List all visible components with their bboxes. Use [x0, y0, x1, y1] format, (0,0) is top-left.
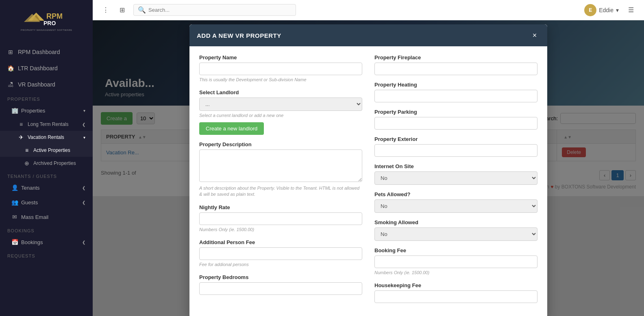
avatar: E — [584, 4, 596, 16]
modal-body: Property Name This is usually the Develo… — [189, 46, 547, 316]
select-landlord-hint: Select a current landlord or add a new o… — [199, 113, 362, 119]
sidebar-item-properties[interactable]: 🏢 Properties ▾ — [0, 103, 93, 118]
smoking-select[interactable]: No Yes — [374, 227, 537, 241]
description-group: Property Description A short description… — [199, 141, 362, 198]
select-landlord-label: Select Landlord — [199, 89, 362, 95]
housekeeping-input[interactable] — [374, 290, 537, 303]
fireplace-group: Property Fireplace — [374, 54, 537, 75]
sidebar-item-active-properties[interactable]: ≡ Active Properties — [0, 144, 93, 157]
parking-group: Property Parking — [374, 109, 537, 130]
heating-group: Property Heating — [374, 82, 537, 102]
add-vr-property-modal: ADD A NEW VR PROPERTY × Property Name Th… — [189, 24, 547, 316]
pets-group: Pets Allowed? No Yes — [374, 191, 537, 213]
bedrooms-input[interactable] — [199, 282, 362, 295]
description-label: Property Description — [199, 141, 362, 147]
sidebar-item-guests[interactable]: 👥 Guests ❮ — [0, 195, 93, 210]
nightly-rate-input[interactable] — [199, 212, 362, 225]
internet-label: Internet On Site — [374, 163, 537, 169]
topbar-right: E Eddie ▾ ☰ — [584, 4, 637, 17]
fireplace-input[interactable] — [374, 63, 537, 75]
additional-fee-label: Additional Person Fee — [199, 239, 362, 245]
grid-view-button[interactable]: ⊞ — [115, 4, 128, 17]
property-name-label: Property Name — [199, 54, 362, 61]
properties-section-label: PROPERTIES — [0, 93, 93, 103]
svg-text:PROPERTY MANAGEMENT SOFTWARE: PROPERTY MANAGEMENT SOFTWARE — [21, 29, 72, 31]
additional-fee-group: Additional Person Fee Fee for addional p… — [199, 239, 362, 268]
booking-fee-hint: Numbers Only (ie. 1500.00) — [374, 270, 537, 276]
circle-plus-icon: ⊕ — [24, 160, 30, 167]
property-name-input[interactable] — [199, 63, 362, 75]
sidebar-item-archived-properties[interactable]: ⊕ Archived Properties — [0, 157, 93, 170]
home-icon: 🏠 — [7, 65, 14, 71]
select-landlord-group: Select Landlord ... Select a current lan… — [199, 89, 362, 134]
chevron-down-icon: ▾ — [616, 7, 619, 13]
exterior-label: Property Exterior — [374, 136, 537, 142]
rpm-pro-logo: RPM PRO PROPERTY MANAGEMENT SOFTWARE — [20, 6, 73, 36]
booking-fee-label: Booking Fee — [374, 247, 537, 253]
calendar-icon: 📅 — [11, 239, 18, 245]
logo-area: RPM PRO PROPERTY MANAGEMENT SOFTWARE — [0, 0, 93, 44]
description-textarea[interactable] — [199, 149, 362, 182]
booking-fee-group: Booking Fee Numbers Only (ie. 1500.00) — [374, 247, 537, 276]
heating-label: Property Heating — [374, 82, 537, 88]
pets-select[interactable]: No Yes — [374, 199, 537, 213]
booking-fee-input[interactable] — [374, 255, 537, 268]
parking-label: Property Parking — [374, 109, 537, 115]
create-landlord-button[interactable]: Create a new landlord — [199, 122, 264, 135]
landlord-select[interactable]: ... — [199, 97, 362, 111]
guests-chevron: ❮ — [82, 200, 85, 205]
person-icon: 👤 — [11, 184, 18, 191]
property-name-group: Property Name This is usually the Develo… — [199, 54, 362, 83]
fireplace-label: Property Fireplace — [374, 54, 537, 61]
nightly-rate-hint: Numbers Only (ie. 1500.00) — [199, 227, 362, 233]
list-icon: ≡ — [18, 121, 24, 128]
modal-header: ADD A NEW VR PROPERTY × — [189, 24, 547, 46]
modal-left-col: Property Name This is usually the Develo… — [199, 54, 362, 310]
description-hint: A short description about the Property. … — [199, 185, 362, 198]
tenants-chevron: ❮ — [82, 186, 85, 190]
bedrooms-group: Property Bedrooms — [199, 274, 362, 295]
search-input[interactable] — [148, 7, 292, 13]
user-badge[interactable]: E Eddie ▾ — [584, 4, 619, 16]
svg-text:PRO: PRO — [44, 20, 56, 26]
internet-select[interactable]: No Yes — [374, 171, 537, 185]
sidebar-item-rpm-dashboard[interactable]: ⊞ RPM Dashboard — [0, 44, 93, 60]
grid-icon: ⊞ — [7, 49, 14, 55]
beach-icon: 🏖 — [7, 81, 14, 88]
guests-icon: 👥 — [11, 199, 18, 206]
sidebar-item-mass-email[interactable]: ✉ Mass Email — [0, 210, 93, 224]
modal-title: ADD A NEW VR PROPERTY — [197, 32, 281, 39]
exterior-input[interactable] — [374, 144, 537, 157]
modal-close-button[interactable]: × — [529, 30, 540, 41]
plane-icon: ✈ — [18, 134, 24, 141]
menu-icon-button[interactable]: ⋮ — [99, 4, 112, 17]
vr-chevron: ▾ — [83, 135, 85, 140]
bookings-chevron: ❮ — [82, 240, 85, 245]
additional-fee-hint: Fee for addional persons — [199, 262, 362, 268]
search-icon: 🔍 — [138, 6, 146, 14]
housekeeping-group: Housekeeping Fee — [374, 282, 537, 303]
modal-right-col: Property Fireplace Property Heating Prop… — [374, 54, 537, 310]
housekeeping-label: Housekeeping Fee — [374, 282, 537, 288]
exterior-group: Property Exterior — [374, 136, 537, 157]
smoking-group: Smoking Allowed No Yes — [374, 219, 537, 241]
svg-text:RPM: RPM — [46, 12, 63, 20]
sidebar-item-long-term-rentals[interactable]: ≡ Long Term Rentals ❮ — [0, 118, 93, 131]
additional-fee-input[interactable] — [199, 247, 362, 260]
smoking-label: Smoking Allowed — [374, 219, 537, 225]
parking-input[interactable] — [374, 117, 537, 130]
list-icon-2: ≡ — [24, 147, 30, 154]
tenants-section-label: TENANTS / GUESTS — [0, 170, 93, 180]
sidebar-item-bookings[interactable]: 📅 Bookings ❮ — [0, 235, 93, 249]
hamburger-menu-button[interactable]: ☰ — [624, 4, 637, 17]
pets-label: Pets Allowed? — [374, 191, 537, 197]
sidebar-item-ltr-dashboard[interactable]: 🏠 LTR Dashboard — [0, 60, 93, 76]
topbar-icon-group: ⋮ ⊞ — [99, 4, 128, 17]
heating-input[interactable] — [374, 90, 537, 102]
sidebar-item-tenants[interactable]: 👤 Tenants ❮ — [0, 180, 93, 195]
sidebar-item-vacation-rentals[interactable]: ✈ Vacation Rentals ▾ — [0, 131, 93, 144]
sidebar-item-vr-dashboard[interactable]: 🏖 VR Dashboard — [0, 76, 93, 93]
properties-chevron: ▾ — [83, 108, 85, 113]
modal-overlay: ADD A NEW VR PROPERTY × Property Name Th… — [93, 20, 644, 316]
main-area: ⋮ ⊞ 🔍 E Eddie ▾ ☰ Availab... Active prop… — [93, 0, 644, 316]
